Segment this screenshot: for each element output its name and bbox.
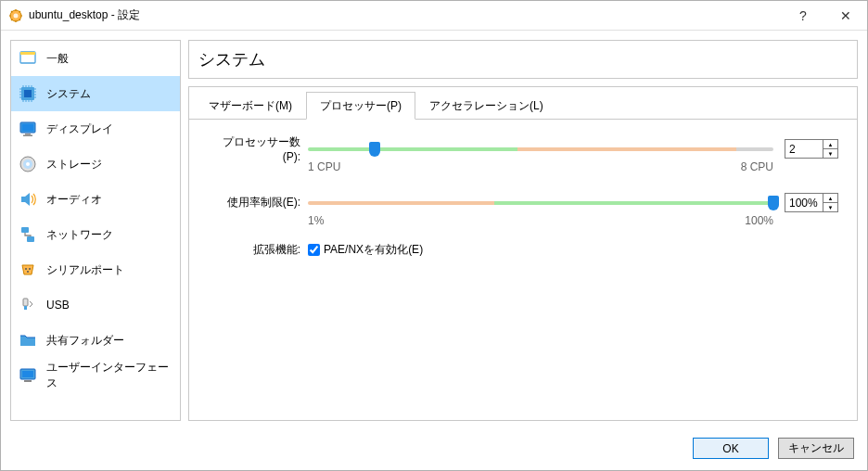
help-button[interactable]: ?: [782, 1, 824, 31]
sidebar-item-label: ユーザーインターフェース: [46, 360, 172, 391]
sidebar-item-shared[interactable]: 共有フォルダー: [11, 323, 180, 358]
sidebar: 一般 システム ディスプレイ ストレージ オーディオ ネットワーク シリアルポー…: [10, 40, 181, 421]
usb-icon: [19, 296, 37, 314]
spin-up[interactable]: ▲: [823, 194, 837, 203]
tab-processor[interactable]: プロセッサー(P): [306, 92, 415, 120]
svg-rect-9: [23, 135, 32, 137]
sidebar-item-audio[interactable]: オーディオ: [11, 182, 180, 217]
svg-rect-18: [23, 299, 28, 306]
storage-icon: [19, 155, 37, 173]
display-icon: [19, 120, 37, 138]
serial-icon: [19, 261, 37, 279]
svg-rect-13: [21, 227, 29, 233]
svg-rect-22: [24, 380, 32, 382]
exec-cap-spinner[interactable]: ▲▼: [785, 193, 838, 212]
ext-label: 拡張機能:: [208, 242, 308, 258]
svg-rect-21: [22, 371, 33, 377]
svg-rect-8: [25, 134, 31, 135]
exec-cap-slider[interactable]: 1% 100%: [308, 201, 773, 205]
sidebar-item-system[interactable]: システム: [11, 76, 180, 111]
spin-down[interactable]: ▼: [823, 203, 837, 211]
sidebar-item-label: ディスプレイ: [46, 121, 113, 137]
exec-cap-label: 使用率制限(E):: [208, 195, 308, 210]
sidebar-item-ui[interactable]: ユーザーインターフェース: [11, 358, 180, 393]
sidebar-item-usb[interactable]: USB: [11, 287, 180, 323]
svg-point-15: [25, 268, 27, 270]
cpu-count-label: プロセッサー数(P):: [208, 134, 308, 163]
ui-icon: [19, 366, 37, 385]
sidebar-item-label: シリアルポート: [46, 262, 124, 278]
cap-max-label: 100%: [745, 214, 773, 227]
app-icon: [8, 8, 23, 23]
svg-rect-7: [22, 124, 34, 132]
tab-acceleration[interactable]: アクセラレーション(L): [415, 92, 557, 120]
network-icon: [19, 225, 37, 244]
general-icon: [19, 49, 37, 68]
pae-nx-checkbox[interactable]: PAE/NXを有効化(E): [308, 242, 423, 258]
cancel-button[interactable]: キャンセル: [778, 438, 854, 459]
content-pane: マザーボード(M) プロセッサー(P) アクセラレーション(L) プロセッサー数…: [188, 86, 858, 421]
svg-point-12: [26, 162, 30, 166]
svg-rect-3: [20, 52, 35, 55]
cpu-count-input[interactable]: [785, 140, 823, 158]
svg-rect-5: [24, 90, 32, 97]
spin-up[interactable]: ▲: [823, 140, 837, 149]
system-icon: [19, 84, 37, 103]
svg-rect-19: [24, 306, 27, 310]
cap-min-label: 1%: [308, 214, 324, 227]
sidebar-item-general[interactable]: 一般: [11, 41, 180, 76]
cpu-count-slider[interactable]: 1 CPU 8 CPU: [308, 147, 773, 151]
cpu-count-spinner[interactable]: ▲▼: [785, 139, 838, 159]
sidebar-item-label: オーディオ: [46, 192, 102, 208]
svg-point-1: [14, 13, 19, 18]
sidebar-item-label: 共有フォルダー: [46, 333, 124, 349]
close-button[interactable]: ✕: [824, 1, 867, 31]
exec-cap-input[interactable]: [785, 194, 823, 211]
sidebar-item-label: 一般: [46, 51, 69, 67]
sidebar-item-network[interactable]: ネットワーク: [11, 217, 180, 252]
sidebar-item-display[interactable]: ディスプレイ: [11, 111, 180, 146]
tab-motherboard[interactable]: マザーボード(M): [195, 92, 306, 120]
sidebar-item-label: ネットワーク: [46, 227, 113, 243]
pae-nx-label: PAE/NXを有効化(E): [324, 242, 423, 258]
svg-point-17: [27, 271, 29, 273]
pae-nx-input[interactable]: [308, 244, 320, 256]
sidebar-item-label: USB: [46, 299, 70, 312]
sidebar-item-serial[interactable]: シリアルポート: [11, 252, 180, 287]
sidebar-item-storage[interactable]: ストレージ: [11, 146, 180, 182]
cpu-min-label: 1 CPU: [308, 160, 340, 173]
window-title: ubuntu_desktop - 設定: [29, 7, 782, 23]
ok-button[interactable]: OK: [693, 438, 769, 459]
sidebar-item-label: システム: [46, 86, 91, 102]
sidebar-item-label: ストレージ: [46, 157, 102, 172]
page-title: システム: [188, 40, 858, 79]
cpu-max-label: 8 CPU: [741, 160, 773, 173]
dialog-footer: OK キャンセル: [1, 430, 867, 470]
tab-bar: マザーボード(M) プロセッサー(P) アクセラレーション(L): [189, 87, 857, 120]
titlebar: ubuntu_desktop - 設定 ? ✕: [1, 1, 867, 31]
spin-down[interactable]: ▼: [823, 149, 837, 158]
svg-point-16: [29, 268, 31, 270]
folder-icon: [19, 331, 37, 350]
svg-rect-14: [27, 236, 34, 242]
audio-icon: [19, 190, 37, 209]
